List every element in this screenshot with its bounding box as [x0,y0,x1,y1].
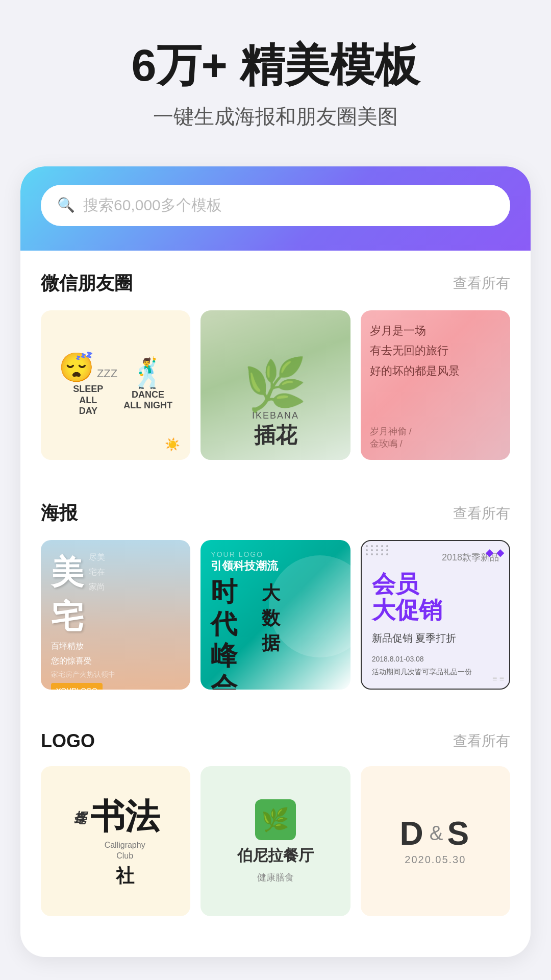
poster-template-grid: 美宅 尽美宅在家尚 百坪精放您的惊喜受 家宅房产火热认领中 YOURLOGO Y… [41,540,510,690]
sleep-dance-inner: 😴 ZZZ SLEEPALLDAY 🕺 DANCEALL NIGHT [59,353,172,417]
search-placeholder-text: 搜索60,000多个模板 [83,195,494,216]
logo-section: LOGO 查看所有 挥毫 书法 Calligraphy Club 社 [20,710,531,916]
restaurant-subtitle: 健康膳食 [257,871,294,884]
hero-subtitle: 一键生成海报和朋友圈美图 [31,103,520,131]
poster-meizhai-top: 美宅 尽美宅在家尚 [51,550,180,639]
lines-decoration: ≡ ≡ [492,674,504,683]
wechat-card-poem[interactable]: 岁月是一场 有去无回的旅行 好的坏的都是风景 岁月神偷 / 金玫嶋 / [361,310,510,460]
logo-card-restaurant[interactable]: 🌿 伯尼拉餐厅 健康膳食 [201,766,350,916]
brand-letters-wrap: D & S [400,817,471,850]
brand-letter-d: D [400,817,425,850]
wechat-section-header: 微信朋友圈 查看所有 [41,271,510,296]
leaf-icon: 🌿 [255,799,296,840]
yourlogo-badge: YOURLOGO [51,683,103,690]
sun-decoration: ☀️ [165,437,180,452]
wechat-section: 微信朋友圈 查看所有 😴 ZZZ SLEEPALLDAY 🕺 DANC [20,251,531,460]
ikebana-en-text: IKEBANA [201,410,350,421]
brand-date: 2020.05.30 [405,854,466,866]
poster-member-title: 会员大促销 [372,571,499,623]
sleep-emoji: 😴 [59,351,94,383]
brand-ampersand: & [430,822,443,845]
logo-template-grid: 挥毫 书法 Calligraphy Club 社 🌿 伯尼拉餐厅 [41,766,510,916]
restaurant-name: 伯尼拉餐厅 [237,845,314,866]
poster-section: 海报 查看所有 美宅 尽美宅在家尚 百坪精放您的惊喜受 家宅房产火热认领中 YO… [20,480,531,690]
app-card: 🔍 搜索60,000多个模板 微信朋友圈 查看所有 😴 ZZZ SLEEPALL… [20,166,531,957]
poster-section-header: 海报 查看所有 [41,501,510,526]
poster-card-member[interactable]: 2018款季新品 会员大促销 新品促销 夏季打折 2018.8.01-03.08… [361,540,510,690]
brand-letter-s: S [447,817,471,850]
poster-member-top: 2018款季新品 [372,551,499,564]
wechat-template-grid: 😴 ZZZ SLEEPALLDAY 🕺 DANCEALL NIGHT ☀️ 🌿 [41,310,510,460]
poem-bottom: 岁月神偷 / 金玫嶋 / [370,425,501,450]
zzz-decoration: ZZZ [97,367,117,380]
poem-author: 岁月神偷 / 金玫嶋 / [370,425,412,450]
hero-title: 6万+ 精美模板 [31,41,520,90]
dance-person: 🕺 DANCEALL NIGHT [123,359,172,411]
poster-card-bigdata[interactable]: YOUR LOGO 引领科技潮流 时代峰会 大数据 www.reallypeop… [201,540,350,690]
logo-card-brand[interactable]: D & S 2020.05.30 [361,766,510,916]
poster-member-detail: 2018.8.01-03.08 活动期间几次皆可享品礼品一份 [372,653,499,678]
calligraphy-chinese: 挥毫 [72,794,88,803]
poster-meizhai-desc: 百坪精放您的惊喜受 [51,639,180,669]
search-bar[interactable]: 🔍 搜索60,000多个模板 [41,185,510,226]
poster-card-meizhai[interactable]: 美宅 尽美宅在家尚 百坪精放您的惊喜受 家宅房产火热认领中 YOURLOGO [41,540,190,690]
calligraphy-cn-big: 书法 [90,794,160,840]
search-icon: 🔍 [57,198,75,212]
wechat-section-title: 微信朋友圈 [41,271,133,296]
calligraphy-en: Calligraphy Club [105,840,145,862]
ikebana-leaf: 🌿 [243,355,307,415]
logo-section-header: LOGO 查看所有 [41,730,510,752]
poster-bigdata-tag: 引领科技潮流 [211,558,340,574]
poster-member-sub: 新品促销 夏季打折 [372,631,499,645]
ikebana-cn-text: 插花 [201,421,350,450]
sleep-label: SLEEPALLDAY [73,384,103,417]
logo-view-all-button[interactable]: 查看所有 [453,731,510,751]
diamond-icon: ◆ ◆ [486,546,504,558]
poster-bigdata-logo: YOUR LOGO [211,550,340,558]
poem-text: 岁月是一场 有去无回的旅行 好的坏的都是风景 [370,321,501,381]
poster-bigdata-sub: 大数据 [262,581,280,656]
ikebana-text: IKEBANA 插花 [201,410,350,450]
wechat-card-sleep-dance[interactable]: 😴 ZZZ SLEEPALLDAY 🕺 DANCEALL NIGHT ☀️ [41,310,190,460]
poster-bigdata-main: 引领科技潮流 时代峰会 大数据 [211,558,340,690]
calligraphy-content: 挥毫 书法 Calligraphy Club 社 [72,794,160,889]
calligraphy-right: 书法 Calligraphy Club 社 [90,794,160,889]
dance-label: DANCEALL NIGHT [123,389,172,411]
logo-card-calligraphy[interactable]: 挥毫 书法 Calligraphy Club 社 [41,766,190,916]
search-header: 🔍 搜索60,000多个模板 [20,166,531,251]
poster-section-title: 海报 [41,501,78,526]
dance-emoji: 🕺 [130,359,166,387]
poster-meizhai-bottom: 家宅房产火热认领中 YOURLOGO [51,669,180,690]
hero-section: 6万+ 精美模板 一键生成海报和朋友圈美图 [0,0,551,156]
poster-view-all-button[interactable]: 查看所有 [453,504,510,523]
dot-decoration [366,545,389,555]
calligraphy-cn-last: 社 [116,864,134,889]
logo-section-title: LOGO [41,730,95,752]
wechat-view-all-button[interactable]: 查看所有 [453,274,510,293]
poster-meizhai-title: 美宅 [51,550,85,639]
poster-meizhai-sidenotes: 尽美宅在家尚 [89,550,105,594]
sleep-person: 😴 ZZZ SLEEPALLDAY [59,353,117,417]
wechat-card-ikebana[interactable]: 🌿 IKEBANA 插花 [201,310,350,460]
